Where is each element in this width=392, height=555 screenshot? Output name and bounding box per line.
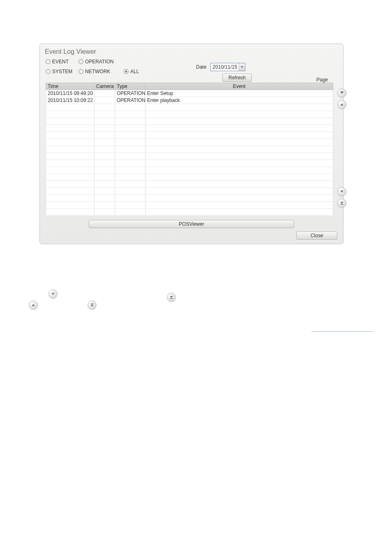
table-row bbox=[46, 146, 333, 153]
table-row bbox=[46, 174, 333, 181]
radio-dot-icon bbox=[78, 69, 83, 74]
page-up-button[interactable] bbox=[337, 100, 346, 109]
radio-dot-icon bbox=[46, 59, 51, 64]
radio-event[interactable]: EVENT bbox=[46, 59, 78, 65]
col-camera[interactable]: Camera bbox=[95, 83, 115, 90]
date-value: 2010/11/15 bbox=[212, 64, 237, 70]
standalone-last-button[interactable] bbox=[167, 293, 176, 302]
radio-all[interactable]: ALL bbox=[124, 69, 148, 74]
cell-type: OPERATION bbox=[115, 90, 145, 97]
close-button[interactable]: Close bbox=[296, 231, 337, 240]
page-first-icon bbox=[340, 91, 344, 95]
cell-event: Enter playback bbox=[145, 97, 333, 104]
cell-camera bbox=[95, 90, 115, 97]
table-row bbox=[46, 209, 333, 216]
table-row[interactable]: 2010/11/15 09:49:20OPERATIONEnter Setup bbox=[46, 90, 333, 97]
radio-all-label: ALL bbox=[130, 69, 139, 74]
date-field[interactable]: 2010/11/15 bbox=[210, 63, 245, 71]
table-row bbox=[46, 188, 333, 195]
filter-group: EVENT OPERATION SYSTEM NETWORK bbox=[40, 59, 343, 74]
col-time[interactable]: Time bbox=[46, 83, 95, 90]
table-row bbox=[46, 111, 333, 118]
table-row bbox=[46, 181, 333, 188]
standalone-up-button[interactable] bbox=[29, 301, 38, 310]
radio-system[interactable]: SYSTEM bbox=[46, 69, 78, 74]
table-row bbox=[46, 139, 333, 146]
table-row bbox=[46, 118, 333, 125]
page-label: Page bbox=[314, 77, 331, 83]
date-area: Date 2010/11/15 Refresh bbox=[196, 63, 252, 82]
standalone-first-button[interactable] bbox=[88, 301, 97, 310]
radio-system-label: SYSTEM bbox=[52, 69, 72, 74]
radio-dot-selected-icon bbox=[124, 69, 129, 74]
radio-network-label: NETWORK bbox=[85, 69, 110, 74]
refresh-button[interactable]: Refresh bbox=[222, 74, 252, 82]
table-row bbox=[46, 202, 333, 209]
scroll-button-group bbox=[337, 88, 346, 208]
event-log-viewer-window: Event Log Viewer EVENT OPERATION SYSTEM bbox=[39, 44, 344, 244]
page-last-button[interactable] bbox=[337, 199, 346, 208]
page-last-icon bbox=[340, 201, 344, 205]
cell-time: 2010/11/15 09:49:20 bbox=[46, 90, 95, 97]
radio-operation-label: OPERATION bbox=[85, 59, 114, 65]
titlebar: Event Log Viewer bbox=[40, 44, 343, 59]
page-last-icon bbox=[169, 295, 173, 299]
close-row: Close bbox=[40, 231, 343, 244]
triangle-down-icon bbox=[340, 190, 344, 194]
cell-camera bbox=[95, 97, 115, 104]
col-type[interactable]: Type bbox=[115, 83, 145, 90]
table-row bbox=[46, 160, 333, 167]
table-row bbox=[46, 104, 333, 111]
col-event[interactable]: Event bbox=[145, 83, 333, 90]
cell-type: OPERATION bbox=[115, 97, 145, 104]
log-table-wrap: Time Camera Type Event 2010/11/15 09:49:… bbox=[46, 83, 337, 216]
table-header-row: Time Camera Type Event bbox=[46, 83, 333, 90]
table-row bbox=[46, 153, 333, 160]
page-first-button[interactable] bbox=[337, 88, 346, 97]
radio-dot-icon bbox=[46, 69, 51, 74]
chevron-down-icon bbox=[241, 66, 243, 68]
page-down-button[interactable] bbox=[337, 187, 346, 196]
window-title: Event Log Viewer bbox=[45, 48, 96, 55]
triangle-down-icon bbox=[51, 292, 55, 296]
triangle-up-icon bbox=[340, 102, 344, 106]
radio-operation[interactable]: OPERATION bbox=[78, 59, 124, 65]
table-row bbox=[46, 132, 333, 139]
posviewer-button[interactable]: POSViewer bbox=[89, 220, 294, 228]
table-row bbox=[46, 167, 333, 174]
log-table: Time Camera Type Event 2010/11/15 09:49:… bbox=[46, 83, 333, 216]
radio-event-label: EVENT bbox=[52, 59, 69, 65]
table-row bbox=[46, 125, 333, 132]
standalone-down-button[interactable] bbox=[48, 289, 58, 298]
triangle-up-icon bbox=[31, 303, 35, 307]
page-first-icon bbox=[90, 303, 94, 307]
radio-network[interactable]: NETWORK bbox=[78, 69, 124, 74]
cell-time: 2010/11/15 10:09:22 bbox=[46, 97, 95, 104]
table-row bbox=[46, 195, 333, 202]
cell-event: Enter Setup bbox=[145, 90, 333, 97]
table-row[interactable]: 2010/11/15 10:09:22OPERATIONEnter playba… bbox=[46, 97, 333, 104]
divider-line bbox=[311, 331, 373, 332]
footer-row: POSViewer bbox=[40, 219, 343, 231]
date-dropdown-button[interactable] bbox=[239, 63, 245, 71]
radio-dot-icon bbox=[78, 59, 83, 64]
date-label: Date bbox=[196, 64, 206, 70]
